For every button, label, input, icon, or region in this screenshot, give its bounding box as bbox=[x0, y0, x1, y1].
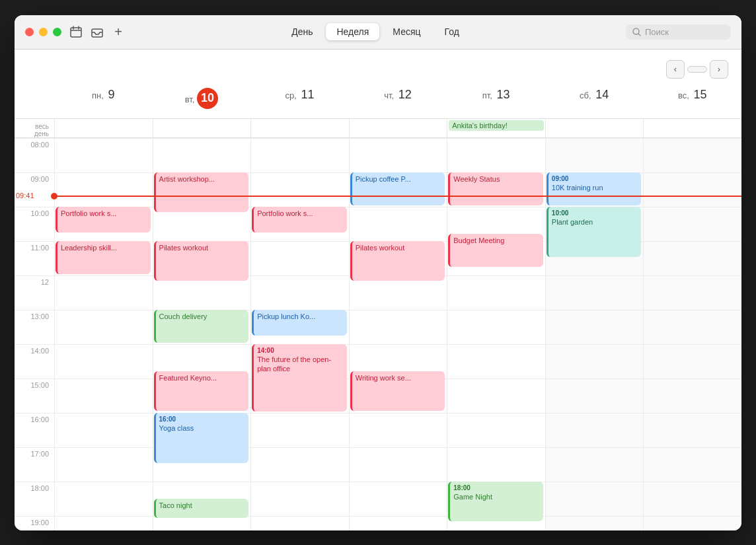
allday-col-tue bbox=[153, 119, 251, 137]
traffic-lights bbox=[25, 28, 61, 36]
allday-col-sat bbox=[545, 119, 644, 137]
calendar-window: + День Неделя Месяц Год ‹ › bbox=[15, 15, 741, 530]
event-1[interactable]: Portfolio work s... bbox=[56, 207, 151, 233]
nav-controls: ‹ › bbox=[666, 60, 728, 79]
grid-cell-h17-d0 bbox=[54, 447, 153, 482]
grid-cell-h9-d6 bbox=[643, 172, 741, 207]
time-grid-container: 08:0009:0010:0011:001213:0014:0015:0016:… bbox=[15, 138, 741, 530]
search-input[interactable] bbox=[645, 27, 724, 37]
event-10[interactable]: 14:00The future of the open-plan office bbox=[252, 344, 347, 412]
event-9[interactable]: Pickup lunch Ko... bbox=[252, 310, 347, 336]
today-button[interactable] bbox=[687, 66, 707, 73]
event-2[interactable]: Leadership skill... bbox=[56, 241, 151, 274]
time-label-14: 14:00 bbox=[15, 344, 54, 379]
event-16[interactable]: 18:00Game Night bbox=[448, 482, 543, 521]
search-box[interactable] bbox=[626, 24, 731, 40]
tab-day[interactable]: День bbox=[281, 23, 323, 40]
allday-col-mon bbox=[54, 119, 153, 137]
grid-cell-h18-d3 bbox=[349, 482, 447, 516]
grid-cell-h8-d3 bbox=[349, 138, 447, 172]
grid-cell-h14-d0 bbox=[54, 344, 153, 379]
minimize-button[interactable] bbox=[39, 28, 48, 36]
day-header-thu: чт, 12 bbox=[349, 84, 447, 118]
grid-cell-h15-d0 bbox=[54, 379, 153, 413]
allday-label: весьдень bbox=[15, 119, 54, 137]
day-header-wed: ср, 11 bbox=[250, 84, 349, 118]
time-label-9: 09:00 bbox=[15, 172, 54, 207]
grid-cell-h13-d4 bbox=[447, 310, 545, 344]
event-4[interactable]: Couch delivery bbox=[154, 310, 249, 343]
time-label-17: 17:00 bbox=[15, 447, 54, 482]
grid-cell-h18-d0 bbox=[54, 482, 153, 516]
grid-cell-h13-d6 bbox=[643, 310, 741, 344]
day-headers: пн, 9 вт, 10 ср, 11 чт, 12 пт, 13 сб, 14 bbox=[15, 84, 741, 119]
time-label-19: 19:00 bbox=[15, 516, 54, 530]
grid-cell-h16-d3 bbox=[349, 413, 447, 447]
tab-month[interactable]: Месяц bbox=[382, 23, 431, 40]
grid-cell-h19-d2 bbox=[250, 516, 349, 530]
grid-cell-h18-d6 bbox=[643, 482, 741, 516]
add-button[interactable]: + bbox=[112, 25, 125, 38]
time-label-18: 18:00 bbox=[15, 482, 54, 516]
svg-rect-4 bbox=[92, 29, 102, 37]
event-18[interactable]: 10:00Plant garden bbox=[547, 207, 642, 257]
grid-cell-h17-d4 bbox=[447, 447, 545, 482]
grid-cell-h8-d1 bbox=[153, 138, 251, 172]
allday-event-birthday[interactable]: Ankita's birthday! bbox=[449, 120, 544, 131]
grid-cell-h11-d2 bbox=[250, 241, 349, 275]
grid-cell-h14-d4 bbox=[447, 344, 545, 379]
tab-year[interactable]: Год bbox=[434, 23, 470, 40]
grid-cell-h12-d2 bbox=[250, 275, 349, 310]
day-header-sun: вс, 15 bbox=[643, 84, 741, 118]
allday-col-sun bbox=[643, 119, 741, 137]
grid-cell-h8-d5 bbox=[545, 138, 644, 172]
grid-cell-h17-d2 bbox=[250, 447, 349, 482]
grid-cell-h15-d6 bbox=[643, 379, 741, 413]
grid-cell-h8-d4 bbox=[447, 138, 545, 172]
time-grid: 08:0009:0010:0011:001213:0014:0015:0016:… bbox=[15, 138, 741, 530]
event-12[interactable]: Pilates workout bbox=[350, 241, 445, 281]
grid-cell-h15-d4 bbox=[447, 379, 545, 413]
time-label-12: 12 bbox=[15, 275, 54, 310]
grid-cell-h17-d5 bbox=[545, 447, 644, 482]
grid-cell-h19-d3 bbox=[349, 516, 447, 530]
calendar-icon[interactable] bbox=[69, 25, 83, 38]
event-17[interactable]: 09:0010K training run bbox=[547, 172, 642, 205]
event-14[interactable]: Weekly Status bbox=[448, 172, 543, 205]
allday-col-wed bbox=[250, 119, 349, 137]
grid-cell-h14-d5 bbox=[545, 344, 644, 379]
header-time-empty bbox=[15, 84, 54, 118]
grid-cell-h15-d5 bbox=[545, 379, 644, 413]
grid-cell-h11-d6 bbox=[643, 241, 741, 275]
grid-cell-h13-d0 bbox=[54, 310, 153, 344]
allday-col-thu bbox=[349, 119, 447, 137]
grid-cell-h8-d6 bbox=[643, 138, 741, 172]
grid-cell-h19-d1 bbox=[153, 516, 251, 530]
grid-cell-h12-d4 bbox=[447, 275, 545, 310]
grid-cell-h10-d6 bbox=[643, 207, 741, 241]
event-8[interactable]: Portfolio work s... bbox=[252, 207, 347, 233]
event-13[interactable]: Writing work se... bbox=[350, 371, 445, 411]
grid-cell-h12-d0 bbox=[54, 275, 153, 310]
grid-cell-h9-d2 bbox=[250, 172, 349, 207]
event-15[interactable]: Budget Meeting bbox=[448, 234, 543, 267]
fullscreen-button[interactable] bbox=[53, 28, 61, 36]
prev-arrow[interactable]: ‹ bbox=[666, 60, 685, 79]
event-3[interactable]: Pilates workout bbox=[154, 241, 249, 281]
tab-week[interactable]: Неделя bbox=[326, 23, 379, 40]
event-0[interactable]: Artist workshop... bbox=[154, 172, 249, 212]
inbox-icon[interactable] bbox=[91, 25, 104, 38]
grid-cell-h16-d5 bbox=[545, 413, 644, 447]
search-icon bbox=[632, 28, 641, 36]
day-header-tue: вт, 10 bbox=[153, 84, 251, 118]
grid-cell-h8-d0 bbox=[54, 138, 153, 172]
event-5[interactable]: Featured Keyno... bbox=[154, 371, 249, 411]
event-7[interactable]: Taco night bbox=[154, 499, 249, 518]
event-11[interactable]: Pickup coffee P... bbox=[350, 172, 445, 205]
titlebar: + День Неделя Месяц Год bbox=[15, 15, 741, 50]
grid-cell-h13-d3 bbox=[349, 310, 447, 344]
event-6[interactable]: 16:00Yoga class bbox=[154, 413, 249, 463]
close-button[interactable] bbox=[25, 28, 34, 36]
grid-cell-h10-d3 bbox=[349, 207, 447, 241]
next-arrow[interactable]: › bbox=[710, 60, 728, 79]
